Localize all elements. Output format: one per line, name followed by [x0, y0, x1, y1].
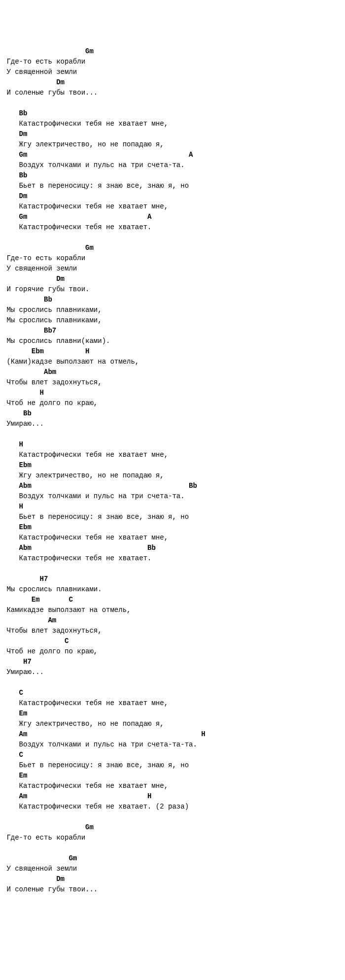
- lyric-line: Где-то есть корабли: [2, 833, 343, 843]
- lyric-line: Умираю...: [2, 667, 343, 677]
- blank-line: [2, 98, 343, 108]
- lyric-line: Катастрофически тебя не хватает. (2 раза…: [2, 802, 343, 812]
- blank-line: [2, 564, 343, 574]
- blank-line: [2, 429, 343, 439]
- lyric-line: Мы срослись плавниками,: [2, 315, 343, 326]
- chord-line: Am: [2, 615, 343, 626]
- chord-line: Em: [2, 771, 343, 781]
- chord-line: Bb: [2, 408, 343, 419]
- chord-line: Dm: [2, 874, 343, 884]
- chord-line: C: [2, 750, 343, 760]
- chord-line: C: [2, 636, 343, 646]
- lyric-line: Катастрофически тебя не хватает.: [2, 222, 343, 233]
- chord-line: Em C: [2, 595, 343, 605]
- lyric-line: Камикадзе выползают на отмель,: [2, 605, 343, 615]
- chord-line: H7: [2, 574, 343, 584]
- lyric-line: Жгу электричество, но не попадаю я,: [2, 471, 343, 481]
- blank-line: [2, 843, 343, 853]
- chord-line: Gm: [2, 46, 343, 57]
- lyric-line: Где-то есть корабли: [2, 253, 343, 264]
- lyric-line: Воздух толчками и пульс на три счета-та-…: [2, 740, 343, 750]
- lyric-line: Катастрофически тебя не хватает мне,: [2, 698, 343, 709]
- chord-line: Dm: [2, 274, 343, 284]
- chord-line: Ebm: [2, 460, 343, 471]
- lyric-line: Катастрофически тебя не хватает.: [2, 553, 343, 564]
- lyric-line: Бьет в переносицу: я знаю все, знаю я, н…: [2, 760, 343, 771]
- chord-line: H: [2, 439, 343, 450]
- chord-line: C: [2, 688, 343, 698]
- chord-line: H: [2, 502, 343, 512]
- blank-line: [2, 812, 343, 822]
- chord-line: Am H: [2, 791, 343, 802]
- lyric-line: Катастрофически тебя не хватает мне,: [2, 202, 343, 212]
- lyric-line: И горячие губы твои.: [2, 284, 343, 295]
- blank-line: [2, 233, 343, 243]
- lyric-line: Умираю...: [2, 419, 343, 429]
- chord-line: Bb: [2, 108, 343, 119]
- chord-line: Gm A: [2, 212, 343, 222]
- lyric-line: Жгу электричество, но не попадаю я,: [2, 719, 343, 729]
- lyric-line: Мы срослись плавниками,: [2, 305, 343, 315]
- lyric-line: Мы срослись плавни(ками).: [2, 336, 343, 346]
- chord-line: H7: [2, 657, 343, 667]
- lyric-line: (Ками)кадзе выползают на отмель,: [2, 357, 343, 367]
- lyric-line: Жгу электричество, но не попадаю я,: [2, 139, 343, 150]
- lyric-line: Катастрофически тебя не хватает мне,: [2, 781, 343, 791]
- lyric-line: Бьет в переносицу: я знаю все, знаю я, н…: [2, 181, 343, 191]
- lyric-line: И соленые губы твои...: [2, 88, 343, 98]
- lyric-line: Мы срослись плавниками.: [2, 584, 343, 595]
- lyric-line: Катастрофически тебя не хватает мне,: [2, 119, 343, 129]
- lyric-line: Бьет в переносицу: я знаю все, знаю я, н…: [2, 512, 343, 522]
- lyric-line: У священной земли: [2, 864, 343, 874]
- blank-line: [2, 677, 343, 688]
- chord-line: H: [2, 388, 343, 398]
- chord-line: Bb: [2, 170, 343, 181]
- lyric-line: Чтоб не долго по краю,: [2, 646, 343, 657]
- chord-line: Dm: [2, 77, 343, 88]
- chord-line: Dm: [2, 129, 343, 139]
- chord-line: Ebm: [2, 522, 343, 533]
- chord-line: Gm: [2, 243, 343, 253]
- lyric-line: Чтобы влет задохнуться,: [2, 626, 343, 636]
- chord-sheet: Gm Где-то есть корабли У священной земли…: [2, 46, 343, 895]
- chord-line: Gm A: [2, 150, 343, 160]
- chord-line: Bb: [2, 295, 343, 305]
- chord-line: Abm: [2, 367, 343, 377]
- lyric-line: Катастрофически тебя не хватает мне,: [2, 450, 343, 460]
- chord-line: Gm: [2, 822, 343, 833]
- chord-line: Bb7: [2, 326, 343, 336]
- chord-line: Dm: [2, 191, 343, 202]
- lyric-line: Где-то есть корабли: [2, 57, 343, 67]
- lyric-line: У священной земли: [2, 264, 343, 274]
- lyric-line: Чтоб не долго по краю,: [2, 398, 343, 408]
- lyric-line: Чтобы влет задохнуться,: [2, 377, 343, 388]
- chord-line: Gm: [2, 853, 343, 864]
- lyric-line: У священной земли: [2, 67, 343, 77]
- chord-line: Abm Bb: [2, 481, 343, 491]
- lyric-line: Катастрофически тебя не хватает мне,: [2, 533, 343, 543]
- chord-line: Am H: [2, 729, 343, 740]
- chord-line: Ebm H: [2, 346, 343, 357]
- lyric-line: Воздух толчками и пульс на три счета-та.: [2, 491, 343, 502]
- chord-line: Abm Bb: [2, 543, 343, 553]
- lyric-line: Воздух толчками и пульс на три счета-та.: [2, 160, 343, 170]
- lyric-line: И соленые губы твои...: [2, 884, 343, 895]
- chord-line: Em: [2, 709, 343, 719]
